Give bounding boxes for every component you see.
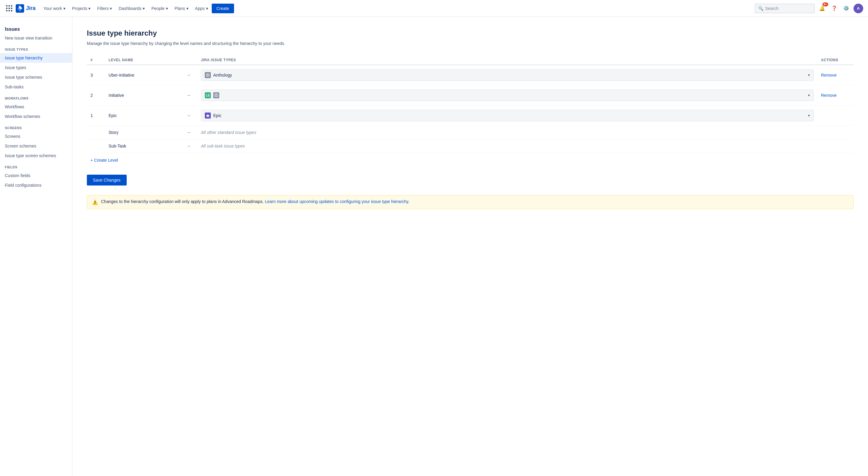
remove-button-anthology[interactable]: Remove [821, 73, 837, 78]
grid-menu-icon[interactable] [5, 4, 13, 13]
top-navigation: Jira Your work ▾ Projects ▾ Filters ▾ Da… [0, 0, 868, 17]
hierarchy-table: # Level Name Jira Issue Types Actions 3 … [87, 56, 854, 168]
level-number: 2 [87, 85, 105, 106]
level-number: 1 [87, 106, 105, 126]
arrow-cell: ← [183, 139, 197, 153]
sidebar-item-custom-fields[interactable]: Custom fields [0, 171, 72, 180]
action-cell [817, 139, 854, 153]
sidebar-section-screens: Screens [0, 121, 72, 131]
sidebar-item-screens[interactable]: Screens [0, 131, 72, 141]
nav-plans[interactable]: Plans ▾ [172, 4, 191, 13]
issue-type-dropdown-epic[interactable]: Epic ▾ [201, 110, 814, 121]
arrow-cell: ← [183, 106, 197, 126]
sidebar-section-issue-types: Issue Types [0, 43, 72, 53]
main-content: Issue type hierarchy Manage the issue ty… [72, 17, 868, 476]
epic-label: Epic [213, 113, 221, 118]
col-arrow [183, 56, 197, 65]
level-name: Story [105, 126, 183, 139]
main-navigation: Your work ▾ Projects ▾ Filters ▾ Dashboa… [40, 4, 752, 13]
table-row: Sub-Task ← All sub-task issue types [87, 139, 854, 153]
search-icon: 🔍 [758, 6, 763, 11]
create-button[interactable]: Create [212, 4, 234, 13]
topnav-right-actions: 🔍 Search 🔔 9+ ❓ ⚙️ A [754, 4, 863, 13]
arrow-cell: ← [183, 85, 197, 106]
issue-type-placeholder: All other standard issue types [197, 126, 817, 139]
col-actions: Actions [817, 56, 854, 65]
sidebar: Issues New issue view transition Issue T… [0, 17, 72, 476]
nav-dashboards[interactable]: Dashboards ▾ [116, 4, 148, 13]
sidebar-item-issue-type-screen-schemes[interactable]: Issue type screen schemes [0, 151, 72, 160]
warning-learn-more-link[interactable]: Learn more about upcoming updates to con… [265, 199, 409, 204]
arrow-left-icon: ← [187, 144, 191, 148]
sidebar-issues-heading: Issues [0, 24, 72, 33]
action-cell [817, 126, 854, 139]
table-row: 2 Initiative ← LE [87, 85, 854, 106]
search-box[interactable]: 🔍 Search [754, 4, 815, 13]
col-issue-types: Jira Issue Types [197, 56, 817, 65]
level-number [87, 139, 105, 153]
anthology-icon [205, 72, 211, 78]
create-level-button[interactable]: + Create Level [91, 158, 118, 162]
sidebar-item-workflow-schemes[interactable]: Workflow schemes [0, 112, 72, 121]
issue-type-placeholder: All sub-task issue types [197, 139, 817, 153]
arrow-left-icon: ← [187, 113, 191, 118]
arrow-left-icon: ← [187, 130, 191, 135]
anthology-label: Anthology [213, 73, 232, 78]
jira-logo[interactable]: Jira [16, 4, 36, 13]
action-cell: Remove [817, 65, 854, 85]
sidebar-item-field-configurations[interactable]: Field configurations [0, 180, 72, 190]
arrow-cell: ← [183, 126, 197, 139]
epic-icon [205, 113, 211, 119]
user-avatar[interactable]: A [854, 4, 863, 13]
chevron-down-icon: ▾ [808, 73, 810, 77]
gear-icon: ⚙️ [843, 5, 849, 11]
arrow-left-icon: ← [187, 73, 191, 78]
sidebar-item-issue-type-hierarchy[interactable]: Issue type hierarchy [0, 53, 72, 63]
nav-apps[interactable]: Apps ▾ [192, 4, 211, 13]
sidebar-item-screen-schemes[interactable]: Screen schemes [0, 141, 72, 151]
sidebar-item-new-issue-view[interactable]: New issue view transition [0, 33, 72, 43]
chevron-down-icon: ▾ [808, 113, 810, 118]
col-level-name: Level Name [105, 56, 183, 65]
arrow-left-icon: ← [187, 93, 191, 98]
sidebar-item-workflows[interactable]: Workflows [0, 102, 72, 112]
level-number [87, 126, 105, 139]
action-cell: Remove [817, 85, 854, 106]
issue-type-dropdown-initiative[interactable]: LE ▾ [201, 90, 814, 101]
remove-button-initiative[interactable]: Remove [821, 93, 837, 98]
create-level-row: + Create Level [87, 153, 854, 168]
table-row: Story ← All other standard issue types [87, 126, 854, 139]
svg-point-2 [207, 75, 208, 76]
help-button[interactable]: ❓ [829, 4, 839, 13]
warning-text: Changes to the hierarchy configuration w… [101, 199, 264, 204]
level-name: Sub-Task [105, 139, 183, 153]
level-name: Epic [105, 106, 183, 126]
arrow-cell: ← [183, 65, 197, 85]
issue-type-cell: Epic ▾ [197, 106, 817, 126]
logo-text: Jira [26, 5, 36, 11]
issue-type-cell: LE ▾ [197, 85, 817, 106]
nav-filters[interactable]: Filters ▾ [94, 4, 115, 13]
bell-icon: 🔔 [819, 5, 825, 11]
page-title: Issue type hierarchy [87, 29, 854, 37]
nav-projects[interactable]: Projects ▾ [69, 4, 94, 13]
table-row: 3 Uber-initiative ← [87, 65, 854, 85]
sidebar-item-issue-types[interactable]: Issue types [0, 63, 72, 72]
notification-badge: 9+ [823, 2, 828, 6]
warning-icon: ⚠️ [92, 199, 98, 205]
level-name: Initiative [105, 85, 183, 106]
issue-type-cell: Anthology ▾ [197, 65, 817, 85]
page-description: Manage the issue type hierarchy by chang… [87, 41, 854, 46]
nav-people[interactable]: People ▾ [148, 4, 171, 13]
camera-icon [213, 92, 219, 98]
col-number: # [87, 56, 105, 65]
svg-rect-3 [214, 94, 218, 97]
nav-your-work[interactable]: Your work ▾ [40, 4, 68, 13]
notifications-button[interactable]: 🔔 9+ [817, 4, 827, 13]
settings-button[interactable]: ⚙️ [841, 4, 851, 13]
issue-type-dropdown-anthology[interactable]: Anthology ▾ [201, 69, 814, 81]
save-changes-button[interactable]: Save Changes [87, 175, 127, 185]
sidebar-item-sub-tasks[interactable]: Sub-tasks [0, 82, 72, 92]
sidebar-item-issue-type-schemes[interactable]: Issue type schemes [0, 72, 72, 82]
chevron-down-icon: ▾ [808, 93, 810, 97]
